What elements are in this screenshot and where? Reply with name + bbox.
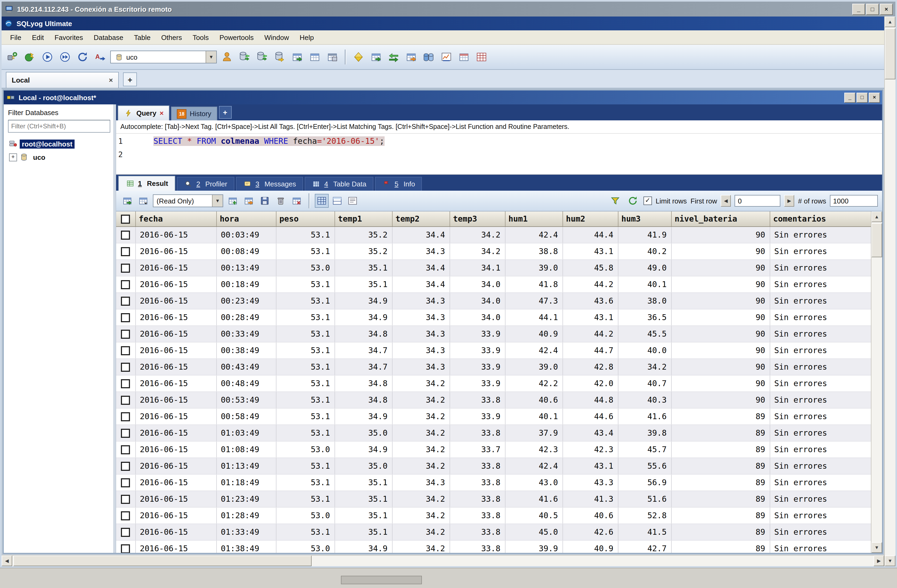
sql-line-2[interactable] — [132, 148, 882, 161]
cell-fecha[interactable]: 2016-06-15 — [135, 359, 216, 375]
table-row[interactable]: 2016-06-1500:58:4953.134.934.233.940.144… — [116, 408, 871, 425]
cell-hum3[interactable]: 42.7 — [618, 541, 671, 553]
backup-database-icon[interactable] — [272, 49, 287, 64]
cell-hum1[interactable]: 40.5 — [505, 507, 562, 524]
row-checkbox[interactable] — [121, 346, 130, 355]
cell-temp1[interactable]: 35.1 — [335, 507, 392, 524]
app-titlebar[interactable]: SQLyog Ultimate — [2, 17, 884, 31]
cell-hum1[interactable]: 45.0 — [505, 524, 562, 541]
cell-hora[interactable]: 00:53:49 — [216, 392, 276, 408]
rdp-titlebar[interactable]: 150.214.112.243 - Conexión a Escritorio … — [2, 2, 895, 17]
menu-file[interactable]: File — [5, 32, 27, 43]
cell-hora[interactable]: 00:58:49 — [216, 408, 276, 425]
row-checkbox[interactable] — [121, 429, 130, 438]
cell-hum3[interactable]: 55.6 — [618, 458, 671, 474]
row-checkbox[interactable] — [121, 462, 130, 471]
cell-hum1[interactable]: 42.3 — [505, 441, 562, 458]
cell-hum1[interactable]: 39.0 — [505, 260, 562, 276]
add-row-icon[interactable] — [226, 194, 240, 208]
filter-databases-input[interactable] — [8, 120, 110, 133]
cell-hum2[interactable]: 43.1 — [562, 458, 618, 474]
cell-temp3[interactable]: 33.9 — [450, 375, 505, 392]
table-row[interactable]: 2016-06-1500:48:4953.134.834.233.942.242… — [116, 375, 871, 392]
cell-comentarios[interactable]: Sin errores — [770, 260, 871, 276]
table-row[interactable]: 2016-06-1500:28:4953.134.934.334.044.143… — [116, 309, 871, 326]
cell-peso[interactable]: 53.1 — [276, 474, 335, 491]
cell-fecha[interactable]: 2016-06-15 — [135, 474, 216, 491]
cell-nivel_bateria[interactable]: 89 — [671, 408, 770, 425]
row-select-cell[interactable] — [116, 541, 135, 553]
scroll-up-icon[interactable]: ▲ — [871, 211, 882, 222]
cell-temp2[interactable]: 34.3 — [392, 474, 450, 491]
cell-hum3[interactable]: 40.2 — [618, 243, 671, 260]
cell-nivel_bateria[interactable]: 90 — [671, 260, 770, 276]
cell-temp2[interactable]: 34.4 — [392, 260, 450, 276]
tab-messages[interactable]: 3 Messages — [236, 177, 303, 191]
cell-comentarios[interactable]: Sin errores — [770, 425, 871, 441]
cell-peso[interactable]: 53.1 — [276, 326, 335, 342]
cell-temp1[interactable]: 35.1 — [335, 524, 392, 541]
cell-hum3[interactable]: 40.1 — [618, 276, 671, 292]
cell-temp1[interactable]: 35.1 — [335, 491, 392, 507]
save-changes-icon[interactable] — [258, 194, 272, 208]
cell-hum3[interactable]: 49.0 — [618, 260, 671, 276]
cell-hum1[interactable]: 40.9 — [505, 326, 562, 342]
cell-hum1[interactable]: 42.4 — [505, 342, 562, 359]
cell-peso[interactable]: 53.1 — [276, 227, 335, 243]
table-row[interactable]: 2016-06-1500:08:4953.135.234.334.238.843… — [116, 243, 871, 260]
cell-hum3[interactable]: 56.9 — [618, 474, 671, 491]
row-select-cell[interactable] — [116, 408, 135, 425]
cell-hum3[interactable]: 41.6 — [618, 408, 671, 425]
cell-temp1[interactable]: 34.9 — [335, 309, 392, 326]
cell-fecha[interactable]: 2016-06-15 — [135, 342, 216, 359]
execute-query-icon[interactable] — [40, 49, 55, 64]
cell-nivel_bateria[interactable]: 90 — [671, 309, 770, 326]
tab-result[interactable]: 1 Result — [118, 176, 175, 191]
copy-database-icon[interactable] — [237, 49, 252, 64]
cell-peso[interactable]: 53.0 — [276, 441, 335, 458]
cell-nivel_bateria[interactable]: 90 — [671, 342, 770, 359]
inner-minimize-button[interactable]: _ — [844, 92, 856, 103]
refresh-object-browser-icon[interactable] — [75, 49, 90, 64]
cell-fecha[interactable]: 2016-06-15 — [135, 276, 216, 292]
cell-fecha[interactable]: 2016-06-15 — [135, 309, 216, 326]
cell-hum2[interactable]: 44.4 — [562, 227, 618, 243]
cell-comentarios[interactable]: Sin errores — [770, 474, 871, 491]
cell-hum1[interactable]: 42.4 — [505, 458, 562, 474]
cell-peso[interactable]: 53.1 — [276, 309, 335, 326]
cell-comentarios[interactable]: Sin errores — [770, 326, 871, 342]
row-select-cell[interactable] — [116, 474, 135, 491]
menu-favorites[interactable]: Favorites — [49, 32, 89, 43]
notification-services-icon[interactable] — [421, 49, 436, 64]
cell-nivel_bateria[interactable]: 90 — [671, 227, 770, 243]
cell-fecha[interactable]: 2016-06-15 — [135, 524, 216, 541]
cell-peso[interactable]: 53.1 — [276, 292, 335, 309]
cell-hora[interactable]: 01:23:49 — [216, 491, 276, 507]
cell-temp2[interactable]: 34.3 — [392, 292, 450, 309]
cell-temp3[interactable]: 33.8 — [450, 392, 505, 408]
cell-comentarios[interactable]: Sin errores — [770, 359, 871, 375]
new-connection-tab-button[interactable]: + — [123, 72, 137, 86]
cell-hum1[interactable]: 43.0 — [505, 474, 562, 491]
cell-comentarios[interactable]: Sin errores — [770, 507, 871, 524]
grid-vertical-scrollbar[interactable]: ▲ ▼ — [871, 211, 882, 553]
cell-hora[interactable]: 00:23:49 — [216, 292, 276, 309]
cell-hora[interactable]: 00:33:49 — [216, 326, 276, 342]
table-row[interactable]: 2016-06-1501:28:4953.035.134.233.840.540… — [116, 507, 871, 524]
cell-temp3[interactable]: 33.8 — [450, 541, 505, 553]
row-checkbox[interactable] — [121, 297, 130, 306]
cell-nivel_bateria[interactable]: 90 — [671, 392, 770, 408]
cell-peso[interactable]: 53.0 — [276, 541, 335, 553]
cell-temp3[interactable]: 33.8 — [450, 474, 505, 491]
cell-hora[interactable]: 01:03:49 — [216, 425, 276, 441]
row-checkbox[interactable] — [121, 379, 130, 388]
cell-fecha[interactable]: 2016-06-15 — [135, 541, 216, 553]
cell-hum1[interactable]: 42.4 — [505, 227, 562, 243]
cell-fecha[interactable]: 2016-06-15 — [135, 326, 216, 342]
sql-line-1[interactable]: SELECT * FROM colmenaa WHERE fecha='2016… — [132, 135, 882, 148]
cell-comentarios[interactable]: Sin errores — [770, 491, 871, 507]
close-tab-icon[interactable]: × — [109, 76, 113, 84]
cell-hum1[interactable]: 41.8 — [505, 276, 562, 292]
close-button[interactable]: × — [880, 3, 893, 15]
row-checkbox[interactable] — [121, 280, 130, 289]
